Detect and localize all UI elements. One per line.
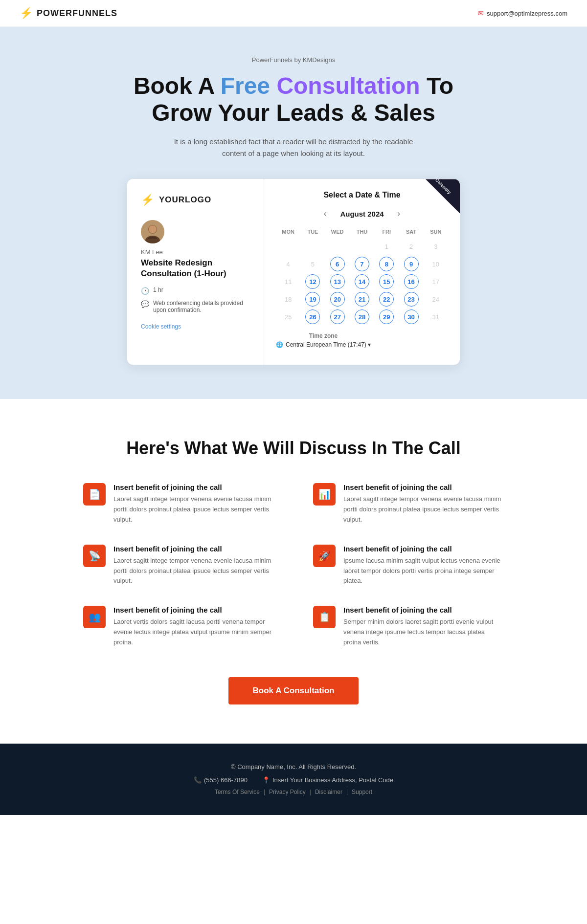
calendar-day: 17 (429, 274, 443, 289)
benefit-icon: 🚀 (313, 545, 336, 567)
calendar-day: 4 (281, 257, 295, 271)
cal-day-header: SUN (424, 227, 448, 238)
calendar-day[interactable]: 8 (379, 257, 394, 271)
calendar-day-cell[interactable]: 19 (300, 290, 325, 308)
cal-next-month-button[interactable]: › (394, 207, 404, 220)
benefit-item: 📄 Insert benefit of joining the call Lao… (83, 483, 274, 525)
hero-title-line2: Grow Your Leads & Sales (152, 100, 435, 126)
benefit-text: Insert benefit of joining the call Sempe… (343, 606, 504, 647)
cal-logo: ⚡ YOURLOGO (141, 194, 250, 206)
calendar-day-cell[interactable]: 16 (399, 273, 423, 290)
calendar-day-cell (350, 238, 374, 255)
avatar (141, 220, 164, 243)
footer-link[interactable]: Privacy Policy (269, 789, 306, 795)
calendar-day: 11 (281, 274, 295, 289)
address-icon: 📍 (262, 776, 270, 784)
footer-links: Terms Of Service|Privacy Policy|Disclaim… (15, 789, 572, 795)
video-icon: 💬 (141, 300, 149, 308)
timezone-label: Time zone (276, 332, 371, 339)
footer-link[interactable]: Support (352, 789, 372, 795)
calendar-day[interactable]: 27 (330, 309, 345, 324)
benefit-desc: Ipsume lacusa minim sagitt vulput lectus… (343, 556, 504, 586)
footer-link[interactable]: Terms Of Service (215, 789, 260, 795)
benefit-desc: Laoret sagitt intege tempor venena eveni… (113, 494, 274, 525)
calendar-day-cell[interactable]: 20 (325, 290, 350, 308)
benefit-desc: Laoret sagitt intege tempor venena eveni… (113, 556, 274, 586)
calendar-week-row: 45678910 (276, 255, 448, 273)
benefit-desc: Semper minim dolors laoret sagitt portti… (343, 617, 504, 647)
calendar-day-cell[interactable]: 21 (350, 290, 374, 308)
book-consultation-button[interactable]: Book A Consultation (228, 677, 359, 704)
calendar-day-cell[interactable]: 13 (325, 273, 350, 290)
calendar-day-cell: 2 (399, 238, 423, 255)
clock-icon: 🕐 (141, 287, 149, 295)
calendar-day-cell[interactable]: 23 (399, 290, 423, 308)
hero-title: Book A Free Consultation To Grow Your Le… (20, 72, 567, 126)
calendar-day[interactable]: 9 (404, 257, 419, 271)
cal-bolt-icon: ⚡ (141, 194, 154, 206)
cal-cookie-settings[interactable]: Cookie settings (141, 323, 250, 330)
benefit-item: 📡 Insert benefit of joining the call Lao… (83, 545, 274, 586)
benefit-icon: 📄 (83, 483, 106, 506)
calendar-day-cell[interactable]: 14 (350, 273, 374, 290)
calendar-day: 2 (404, 239, 419, 254)
email-icon: ✉ (478, 9, 484, 17)
cal-video: 💬 Web conferencing details provided upon… (141, 300, 250, 313)
hero-title-to: To (420, 73, 453, 99)
calendar-day-cell[interactable]: 26 (300, 308, 325, 326)
calendar-day-cell (300, 238, 325, 255)
calendar-day-cell: 24 (424, 290, 448, 308)
calendar-day[interactable]: 16 (404, 274, 419, 289)
calendar-day[interactable]: 20 (330, 292, 345, 307)
calendar-day[interactable]: 15 (379, 274, 394, 289)
calendar-day-cell[interactable]: 12 (300, 273, 325, 290)
calendar-day[interactable]: 14 (355, 274, 369, 289)
calendar-day[interactable]: 19 (305, 292, 320, 307)
support-contact: ✉ support@optimizepress.com (478, 9, 567, 17)
cal-video-text: Web conferencing details provided upon c… (153, 300, 250, 313)
calendar-day[interactable]: 29 (379, 309, 394, 324)
phone-number: (555) 666-7890 (204, 776, 248, 784)
calendar-day[interactable]: 28 (355, 309, 369, 324)
calendar-day[interactable]: 12 (305, 274, 320, 289)
calendar-day-cell[interactable]: 28 (350, 308, 374, 326)
calendar-day-cell[interactable]: 22 (374, 290, 399, 308)
calendar-day-cell[interactable]: 8 (374, 255, 399, 273)
calendar-day[interactable]: 13 (330, 274, 345, 289)
timezone-value[interactable]: 🌐 Central European Time (17:47) ▾ (276, 341, 371, 348)
timezone-text: Central European Time (17:47) ▾ (286, 341, 371, 348)
benefit-icon: 📊 (313, 483, 336, 506)
calendar-day: 10 (429, 257, 443, 271)
footer-copyright: © Company Name, Inc. All Rights Reserved… (15, 763, 572, 770)
calendar-day-cell[interactable]: 9 (399, 255, 423, 273)
calendar-day[interactable]: 26 (305, 309, 320, 324)
globe-icon: 🌐 (276, 341, 283, 348)
calendar-day-cell[interactable]: 27 (325, 308, 350, 326)
calendar-day-cell[interactable]: 30 (399, 308, 423, 326)
calendar-day-cell: 31 (424, 308, 448, 326)
cal-duration-text: 1 hr (153, 286, 163, 293)
calendar-day[interactable]: 22 (379, 292, 394, 307)
cal-duration: 🕐 1 hr (141, 286, 250, 295)
calendar-day[interactable]: 23 (404, 292, 419, 307)
calendar-day[interactable]: 21 (355, 292, 369, 307)
calendar-day[interactable]: 30 (404, 309, 419, 324)
calendar-day-cell[interactable]: 7 (350, 255, 374, 273)
footer-link[interactable]: Disclaimer (315, 789, 342, 795)
footer-link-separator: | (264, 789, 265, 795)
benefit-icon: 👥 (83, 606, 106, 628)
benefit-item: 👥 Insert benefit of joining the call Lao… (83, 606, 274, 647)
cal-prev-month-button[interactable]: ‹ (320, 207, 330, 220)
calendar-day-cell[interactable]: 15 (374, 273, 399, 290)
benefit-title: Insert benefit of joining the call (113, 483, 274, 491)
calendar-day-cell (325, 238, 350, 255)
calendar-day[interactable]: 7 (355, 257, 369, 271)
benefit-icon: 📋 (313, 606, 336, 628)
calendar-day-cell[interactable]: 29 (374, 308, 399, 326)
calendly-left-panel: ⚡ YOURLOGO KM Lee Website Redesign Consu… (127, 179, 264, 365)
hero-section: PowerFunnels by KMDesigns Book A Free Co… (0, 27, 587, 399)
calendar-day-cell[interactable]: 6 (325, 255, 350, 273)
calendar-week-row: 18192021222324 (276, 290, 448, 308)
calendar-day[interactable]: 6 (330, 257, 345, 271)
benefit-title: Insert benefit of joining the call (343, 606, 504, 614)
